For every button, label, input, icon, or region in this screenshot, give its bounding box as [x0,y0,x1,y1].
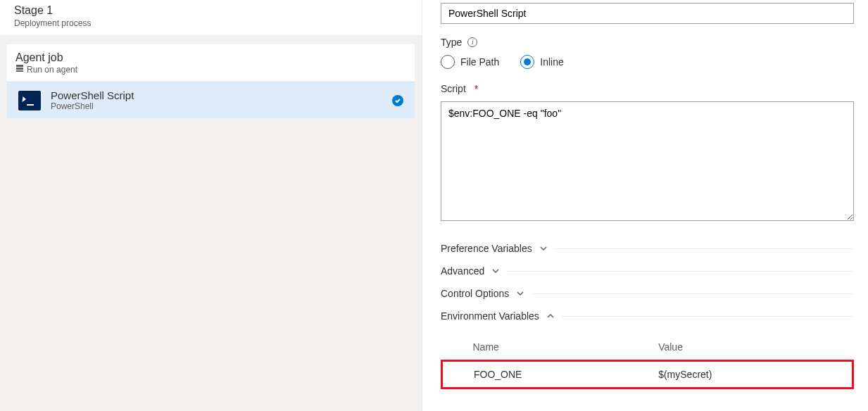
section-label: Advanced [441,265,484,277]
chevron-down-icon [516,289,524,298]
script-label-row: Script* [441,83,854,94]
server-icon [15,64,24,75]
radio-file-path[interactable]: File Path [441,55,499,69]
agent-job-subtitle: Run on agent [27,65,77,75]
env-row-highlighted[interactable]: FOO_ONE $(mySecret) [442,361,853,388]
powershell-icon [18,91,41,110]
env-cell-name: FOO_ONE [442,361,653,388]
task-subtitle: PowerShell [51,101,382,111]
chevron-up-icon [546,312,555,320]
svg-rect-2 [16,70,23,72]
section-label: Environment Variables [441,310,539,322]
task-item-powershell[interactable]: PowerShell Script PowerShell [7,82,415,118]
type-label-row: Type i [441,37,854,48]
divider [532,293,854,294]
left-panel: Stage 1 Deployment process Agent job Run… [0,0,422,411]
env-col-name: Name [442,334,653,361]
env-cell-value: $(mySecret) [653,361,853,388]
section-control-options[interactable]: Control Options [441,282,854,305]
stage-title: Stage 1 [14,4,408,17]
divider [555,248,854,249]
svg-rect-1 [16,68,23,70]
chevron-down-icon [491,267,500,275]
type-label: Type [441,37,462,48]
section-label: Preference Variables [441,243,532,254]
right-panel: Type i File Path Inline Script* $env:FOO… [422,0,868,411]
section-advanced[interactable]: Advanced [441,260,854,282]
chevron-down-icon [539,244,548,253]
divider [507,271,854,272]
radio-circle-icon [520,55,534,69]
stage-header[interactable]: Stage 1 Deployment process [0,0,422,36]
radio-circle-icon [441,55,455,69]
type-radio-group: File Path Inline [441,55,854,69]
radio-inline[interactable]: Inline [520,55,563,69]
check-icon [392,95,403,106]
info-icon[interactable]: i [467,37,477,47]
divider [562,316,854,317]
radio-file-path-label: File Path [460,56,499,68]
task-title: PowerShell Script [51,89,382,101]
section-preference-variables[interactable]: Preference Variables [441,237,854,260]
agent-job-row[interactable]: Agent job Run on agent [7,44,415,82]
section-environment-variables[interactable]: Environment Variables [441,305,854,327]
required-asterisk: * [474,83,478,94]
svg-rect-0 [16,65,23,67]
script-textarea[interactable]: $env:FOO_ONE -eq "foo" [441,101,854,221]
env-variables-table: Name Value FOO_ONE $(mySecret) [441,334,854,389]
agent-job-title: Agent job [15,51,77,64]
section-label: Control Options [441,288,509,299]
display-name-input[interactable] [441,3,854,24]
stage-subtitle: Deployment process [14,18,408,28]
radio-inline-label: Inline [540,56,563,68]
script-label: Script [441,83,466,94]
env-col-value: Value [653,334,853,361]
